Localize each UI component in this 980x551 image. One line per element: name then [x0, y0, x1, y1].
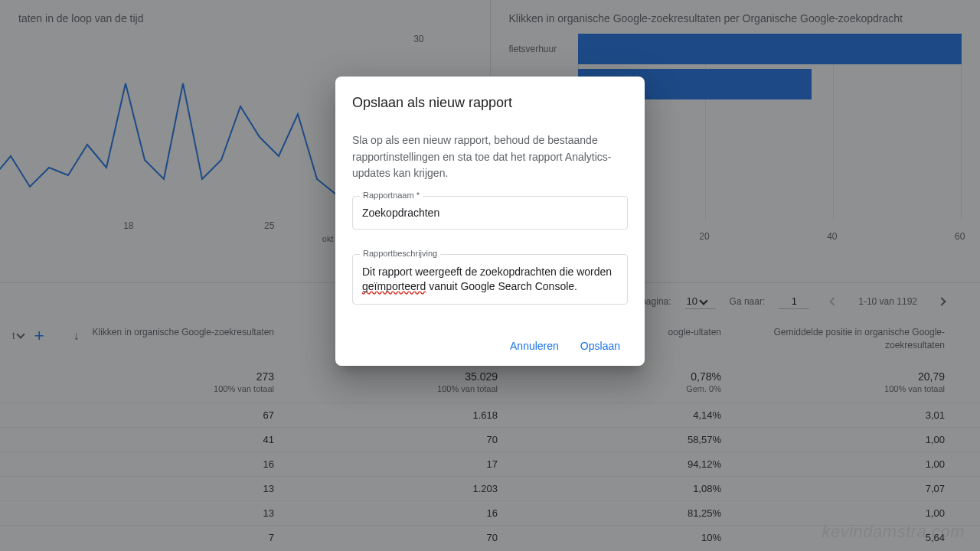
report-description-label: Rapportbeschrijving: [360, 249, 440, 258]
report-description-input[interactable]: Dit rapport weergeeft de zoekopdrachten …: [352, 254, 628, 305]
modal-overlay[interactable]: Opslaan als nieuw rapport Sla op als een…: [0, 0, 980, 551]
cancel-button[interactable]: Annuleren: [502, 334, 567, 358]
dialog-description: Sla op als een nieuw rapport, behoud de …: [352, 132, 628, 182]
report-name-input[interactable]: [352, 196, 628, 230]
report-name-label: Rapportnaam *: [360, 191, 423, 200]
dialog-title: Opslaan als nieuw rapport: [352, 95, 628, 111]
save-button[interactable]: Opslaan: [573, 334, 628, 358]
save-report-dialog: Opslaan als nieuw rapport Sla op als een…: [335, 77, 645, 366]
